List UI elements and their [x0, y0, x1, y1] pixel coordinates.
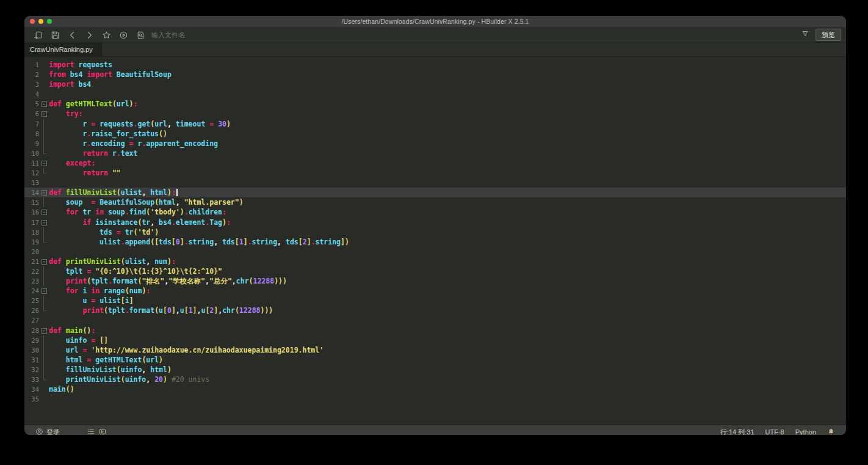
file-search-button[interactable] — [132, 28, 149, 42]
new-file-icon — [34, 31, 43, 40]
run-button[interactable] — [115, 28, 132, 42]
code-line[interactable]: 21def printUnivList(ulist, num): — [24, 257, 846, 266]
navigate-back-button[interactable] — [63, 28, 81, 42]
filter-icon[interactable] — [801, 29, 809, 40]
code-line[interactable]: 23 print(tplt.format("排名","学校名称","总分",ch… — [24, 276, 846, 286]
fold-marker[interactable] — [40, 99, 49, 109]
code-line[interactable]: 11 except: — [24, 158, 846, 168]
bell-icon[interactable] — [827, 428, 835, 436]
code-line[interactable]: 18 tds = tr('td') — [24, 227, 846, 237]
code-line[interactable]: 15 soup = BeautifulSoup(html, "html.pars… — [24, 197, 846, 207]
code-line[interactable]: 30 url = 'http://www.zuihaodaxue.cn/zuih… — [24, 345, 846, 355]
code-line[interactable]: 4 — [24, 89, 846, 99]
line-number: 12 — [24, 168, 40, 178]
fold-guide — [40, 345, 49, 355]
line-number: 18 — [24, 227, 40, 237]
code-text: tds = tr('td') — [49, 227, 159, 237]
line-number: 34 — [24, 384, 40, 394]
code-line[interactable]: 27 — [24, 315, 846, 325]
title-bar: /Users/ethan/Downloads/CrawUnivRanking.p… — [24, 16, 846, 27]
code-line[interactable]: 8 r.raise_for_status() — [24, 129, 846, 139]
cursor-position[interactable]: 行:14 列:31 — [720, 428, 754, 436]
login-button[interactable]: 登录 — [35, 428, 60, 436]
code-text: r.encoding = r.apparent_encoding — [49, 139, 218, 148]
code-line[interactable]: 22 tplt = "{0:^10}\t{1:{3}^10}\t{2:^10}" — [24, 266, 846, 276]
line-number: 9 — [24, 139, 40, 148]
preview-button[interactable]: 预览 — [816, 29, 841, 41]
code-line[interactable]: 9 r.encoding = r.apparent_encoding — [24, 139, 846, 148]
code-line[interactable]: 31 html = getHTMLText(url) — [24, 355, 846, 365]
minimize-window-button[interactable] — [38, 19, 43, 24]
fold-guide — [40, 79, 49, 89]
line-number: 1 — [24, 60, 40, 70]
line-number: 4 — [24, 89, 40, 99]
code-line[interactable]: 5def getHTMLText(url): — [24, 99, 846, 109]
fold-guide — [40, 355, 49, 365]
status-bar: 登录 行:14 列:31 UTF-8 Python — [24, 425, 846, 435]
code-text: url = 'http://www.zuihaodaxue.cn/zuihaod… — [49, 345, 324, 355]
code-line[interactable]: 33 printUnivList(uinfo, 20) #20 univs — [24, 375, 846, 384]
file-encoding[interactable]: UTF-8 — [765, 428, 784, 435]
fold-marker[interactable] — [40, 188, 49, 197]
code-line[interactable]: 32 fillUnivList(uinfo, html) — [24, 365, 846, 375]
code-line[interactable]: 2from bs4 import BeautifulSoup — [24, 70, 846, 79]
code-line[interactable]: 24 for i in range(num): — [24, 286, 846, 296]
code-line[interactable]: 3import bs4 — [24, 79, 846, 89]
code-line[interactable]: 13 — [24, 178, 846, 188]
code-line[interactable]: 10 return r.text — [24, 148, 846, 158]
code-text: r = requests.get(url, timeout = 30) — [49, 119, 231, 129]
code-line[interactable]: 34main() — [24, 384, 846, 394]
code-text: print(tplt.format("排名","学校名称","总分",chr(1… — [49, 276, 287, 286]
fold-marker[interactable] — [40, 109, 49, 119]
code-line[interactable]: 20 — [24, 247, 846, 257]
line-number: 7 — [24, 119, 40, 129]
tab-label: CrawUnivRanking.py — [30, 46, 93, 53]
fold-guide — [40, 89, 49, 99]
save-button[interactable] — [46, 28, 63, 42]
code-line[interactable]: 19 ulist.append([tds[0].string, tds[1].s… — [24, 237, 846, 247]
line-number: 31 — [24, 355, 40, 365]
line-number: 28 — [24, 326, 40, 335]
user-icon — [35, 428, 43, 436]
code-line[interactable]: 26 print(tplt.format(u[0],u[1],u[2],chr(… — [24, 306, 846, 315]
code-text: main() — [49, 384, 74, 394]
fold-marker[interactable] — [40, 158, 49, 168]
code-line[interactable]: 1import requests — [24, 60, 846, 70]
run-icon — [119, 31, 128, 40]
fold-guide — [40, 384, 49, 394]
navigate-forward-button[interactable] — [81, 28, 98, 42]
file-language[interactable]: Python — [795, 428, 816, 435]
code-text: def fillUnivList(ulist, html): — [49, 188, 178, 197]
fold-marker[interactable] — [40, 257, 49, 266]
code-line[interactable]: 17 if isinstance(tr, bs4.element.Tag): — [24, 218, 846, 227]
favorite-button[interactable] — [98, 28, 115, 42]
fold-marker[interactable] — [40, 326, 49, 335]
code-line[interactable]: 14def fillUnivList(ulist, html): — [24, 188, 846, 197]
tab-crawunivranking[interactable]: CrawUnivRanking.py — [24, 43, 102, 56]
code-line[interactable]: 25 u = ulist[i] — [24, 296, 846, 306]
outline-button[interactable] — [87, 428, 95, 436]
line-number: 29 — [24, 335, 40, 345]
code-line[interactable]: 29 uinfo = [] — [24, 335, 846, 345]
code-line[interactable]: 28def main(): — [24, 326, 846, 335]
line-number: 2 — [24, 70, 40, 79]
code-line[interactable]: 6 try: — [24, 109, 846, 119]
line-number: 3 — [24, 79, 40, 89]
code-line[interactable]: 12 return "" — [24, 168, 846, 178]
zoom-window-button[interactable] — [47, 19, 52, 24]
fold-marker[interactable] — [40, 286, 49, 296]
fold-guide — [40, 365, 49, 375]
code-line[interactable]: 7 r = requests.get(url, timeout = 30) — [24, 119, 846, 129]
code-line[interactable]: 35 — [24, 394, 846, 404]
code-text: soup = BeautifulSoup(html, "html.parser"… — [49, 197, 244, 207]
code-editor[interactable]: 1import requests2from bs4 import Beautif… — [24, 57, 846, 425]
code-line[interactable]: 16 for tr in soup.find('tbody').children… — [24, 207, 846, 217]
fold-guide — [40, 168, 49, 178]
file-search-input[interactable]: 输入文件名 — [151, 31, 185, 40]
console-button[interactable] — [98, 428, 107, 436]
code-text: except: — [49, 158, 95, 168]
new-file-button[interactable] — [29, 28, 46, 42]
close-window-button[interactable] — [30, 19, 35, 24]
fold-marker[interactable] — [40, 218, 49, 227]
fold-marker[interactable] — [40, 207, 49, 217]
